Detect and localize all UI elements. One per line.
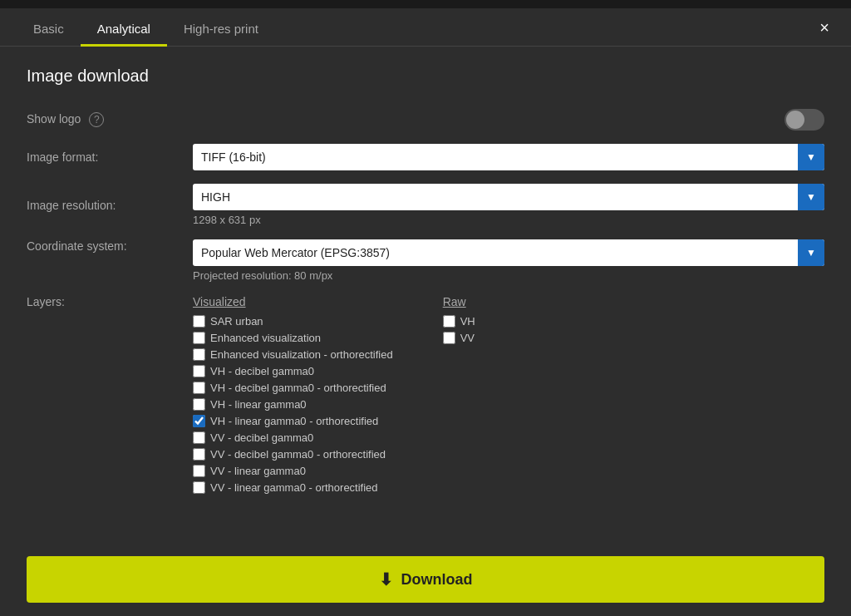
footer: ⬇ Download — [0, 543, 851, 616]
coordinate-system-select-wrapper: Popular Web Mercator (EPSG:3857) WGS84 (… — [193, 239, 824, 266]
show-logo-toggle[interactable] — [785, 109, 824, 131]
resolution-hint: 1298 x 631 px — [193, 214, 824, 226]
show-logo-label: Show logo ? — [27, 112, 193, 127]
download-icon: ⬇ — [379, 569, 393, 589]
layer-vv-decibel-ortho[interactable]: VV - decibel gamma0 - orthorectified — [193, 448, 393, 461]
checkbox-vv-linear-ortho[interactable] — [193, 481, 205, 494]
section-title: Image download — [27, 67, 824, 86]
coordinate-hint: Projected resolution: 80 m/px — [193, 269, 824, 282]
image-resolution-row: Image resolution: HIGH MEDIUM LOW ▼ 1298… — [27, 184, 824, 226]
checkbox-vh-decibel-ortho[interactable] — [193, 382, 205, 394]
raw-title: Raw — [443, 295, 475, 308]
layer-vv-decibel[interactable]: VV - decibel gamma0 — [193, 431, 393, 444]
checkbox-raw-vh[interactable] — [443, 315, 455, 328]
layer-vv-linear[interactable]: VV - linear gamma0 — [193, 465, 393, 477]
tab-analytical[interactable]: Analytical — [81, 8, 167, 46]
layer-sar-urban[interactable]: SAR urban — [193, 315, 393, 328]
coordinate-system-row: Coordinate system: Popular Web Mercator … — [27, 239, 824, 282]
tab-highres[interactable]: High-res print — [167, 8, 275, 46]
tab-basic[interactable]: Basic — [17, 8, 81, 46]
checkbox-sar-urban[interactable] — [193, 315, 205, 328]
layer-vh-linear[interactable]: VH - linear gamma0 — [193, 398, 393, 411]
download-button[interactable]: ⬇ Download — [27, 556, 824, 603]
image-resolution-label: Image resolution: — [27, 199, 193, 212]
coordinate-system-select[interactable]: Popular Web Mercator (EPSG:3857) WGS84 (… — [193, 239, 824, 266]
checkbox-vh-linear-ortho[interactable] — [193, 415, 205, 427]
checkbox-vv-linear[interactable] — [193, 465, 205, 477]
image-resolution-select[interactable]: HIGH MEDIUM LOW — [193, 184, 824, 210]
checkbox-vv-decibel-ortho[interactable] — [193, 448, 205, 461]
layers-row: Layers: Visualized SAR urban Enhanced vi… — [27, 295, 824, 498]
toggle-knob — [786, 111, 804, 129]
image-format-select[interactable]: TIFF (16-bit) PNG JPEG — [193, 144, 824, 170]
help-icon[interactable]: ? — [89, 112, 104, 127]
coordinate-system-label: Coordinate system: — [27, 239, 193, 253]
layer-raw-vh[interactable]: VH — [443, 315, 475, 328]
tabs-bar: Basic Analytical High-res print × — [0, 8, 851, 47]
checkbox-vh-linear[interactable] — [193, 398, 205, 411]
image-format-wrapper: TIFF (16-bit) PNG JPEG ▼ — [193, 144, 824, 170]
dialog: Basic Analytical High-res print × Image … — [0, 0, 851, 616]
raw-column: Raw VH VV — [443, 295, 475, 498]
show-logo-row: Show logo ? — [27, 109, 824, 131]
close-button[interactable]: × — [811, 14, 838, 41]
checkbox-enhanced-vis-ortho[interactable] — [193, 348, 205, 361]
layer-vh-linear-ortho[interactable]: VH - linear gamma0 - orthorectified — [193, 415, 393, 427]
layer-vh-decibel-ortho[interactable]: VH - decibel gamma0 - orthorectified — [193, 382, 393, 394]
layer-raw-vv[interactable]: VV — [443, 332, 475, 344]
download-label: Download — [401, 571, 473, 589]
top-bar — [0, 0, 851, 8]
layers-container: Visualized SAR urban Enhanced visualizat… — [193, 295, 475, 498]
checkbox-vv-decibel[interactable] — [193, 431, 205, 444]
image-format-select-wrapper: TIFF (16-bit) PNG JPEG ▼ — [193, 144, 824, 170]
image-resolution-select-wrapper: HIGH MEDIUM LOW ▼ — [193, 184, 824, 210]
layers-label: Layers: — [27, 295, 193, 308]
layer-enhanced-vis-ortho[interactable]: Enhanced visualization - orthorectified — [193, 348, 393, 361]
visualized-title: Visualized — [193, 295, 393, 308]
coordinate-system-wrapper: Popular Web Mercator (EPSG:3857) WGS84 (… — [193, 239, 824, 282]
image-resolution-wrapper: HIGH MEDIUM LOW ▼ 1298 x 631 px — [193, 184, 824, 226]
content-area: Image download Show logo ? Image format:… — [0, 47, 851, 543]
layer-vv-linear-ortho[interactable]: VV - linear gamma0 - orthorectified — [193, 481, 393, 494]
visualized-column: Visualized SAR urban Enhanced visualizat… — [193, 295, 393, 498]
checkbox-enhanced-vis[interactable] — [193, 332, 205, 344]
show-logo-text: Show logo — [27, 112, 81, 126]
image-format-label: Image format: — [27, 150, 193, 164]
checkbox-raw-vv[interactable] — [443, 332, 455, 344]
layer-enhanced-vis[interactable]: Enhanced visualization — [193, 332, 393, 344]
image-format-row: Image format: TIFF (16-bit) PNG JPEG ▼ — [27, 144, 824, 170]
toggle-wrapper — [193, 109, 824, 131]
layer-vh-decibel[interactable]: VH - decibel gamma0 — [193, 365, 393, 377]
checkbox-vh-decibel[interactable] — [193, 365, 205, 377]
